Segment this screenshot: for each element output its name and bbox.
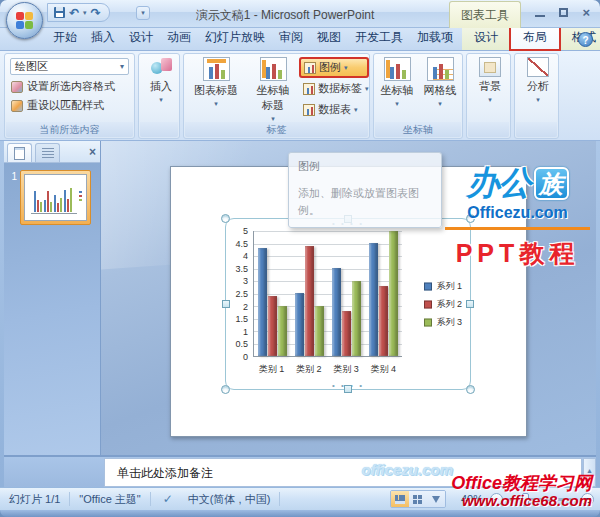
group-label-background: [468, 122, 509, 137]
slide-sorter-button[interactable]: [409, 491, 427, 507]
analysis-button[interactable]: 分析 ▾: [525, 57, 551, 104]
y-tick: 1: [243, 327, 248, 337]
legend-entry-系列 3[interactable]: 系列 3: [424, 316, 462, 329]
bar-系列 1-类别 4[interactable]: [369, 243, 378, 356]
resize-handle-bottom-left[interactable]: [221, 385, 230, 394]
office-button[interactable]: [6, 2, 43, 39]
chart-legend[interactable]: 系列 1系列 2系列 3: [424, 280, 462, 329]
restore-button[interactable]: [559, 8, 568, 17]
thumb-legend-mark: [79, 191, 82, 193]
group-background: 背景 ▾: [466, 53, 511, 139]
chart-title-button[interactable]: 图表标题 ▾: [188, 57, 244, 108]
reset-style-icon: [11, 100, 23, 112]
minimize-button[interactable]: [535, 8, 545, 17]
legend-tooltip: 图例 添加、删除或放置图表图例。: [288, 152, 442, 228]
bar-系列 1-类别 3[interactable]: [332, 268, 341, 356]
language-indicator[interactable]: 中文(简体 , 中国): [179, 492, 280, 507]
x-axis-label: 类别 1: [259, 363, 285, 376]
reset-style-button[interactable]: 重设以匹配样式: [11, 98, 130, 113]
chart-placeholder[interactable]: • • • • • • • • 54.543.532.521.510.50 类别…: [225, 218, 471, 390]
tab-审阅[interactable]: 审阅: [272, 26, 310, 50]
ribbon-tab-row: 开始插入设计动画幻灯片放映审阅视图开发工具加载项 设计布局格式 ?: [0, 28, 600, 51]
window-title: 演示文稿1 - Microsoft PowerPoint: [150, 7, 420, 24]
tab-幻灯片放映[interactable]: 幻灯片放映: [198, 26, 272, 50]
legend-entry-系列 2[interactable]: 系列 2: [424, 298, 462, 311]
slide-thumbnail[interactable]: [20, 170, 91, 225]
bar-系列 2-类别 1[interactable]: [268, 296, 277, 356]
slideshow-button[interactable]: [427, 491, 445, 507]
tab-开始[interactable]: 开始: [46, 26, 84, 50]
axes-button[interactable]: 坐标轴 ▾: [377, 57, 417, 108]
window-controls: ×: [535, 7, 590, 18]
pane-close-icon[interactable]: ×: [89, 145, 96, 159]
bar-系列 3-类别 4[interactable]: [389, 231, 398, 356]
chart-elements-combobox[interactable]: 绘图区 ▾: [10, 58, 129, 75]
watermark-site-text: Officezu.com: [441, 204, 594, 222]
background-button[interactable]: 背景 ▾: [477, 57, 503, 104]
bar-系列 3-类别 1[interactable]: [278, 306, 287, 356]
undo-dropdown-icon[interactable]: ▾: [83, 9, 87, 17]
tab-加载项[interactable]: 加载项: [410, 26, 460, 50]
tab-动画[interactable]: 动画: [160, 26, 198, 50]
resize-handle-left[interactable]: [222, 300, 230, 308]
officezu-watermark: 办公 族 Officezu.com PPT教程: [441, 161, 594, 270]
tab-布局[interactable]: 布局: [510, 25, 560, 50]
bar-系列 3-类别 2[interactable]: [315, 306, 324, 356]
theme-name[interactable]: "Office 主题": [70, 492, 149, 507]
bar-系列 1-类别 1[interactable]: [258, 248, 267, 356]
data-table-button[interactable]: 数据表 ▾: [300, 100, 368, 119]
analysis-icon: [527, 57, 549, 77]
thumb-bar: [64, 190, 66, 212]
tab-设计[interactable]: 设计: [122, 26, 160, 50]
tab-设计[interactable]: 设计: [462, 26, 510, 50]
tab-视图[interactable]: 视图: [310, 26, 348, 50]
insert-button[interactable]: 插入 ▾: [148, 57, 174, 104]
bar-系列 1-类别 2[interactable]: [295, 293, 304, 356]
watermark-ppt-tutorial: PPT教程: [441, 237, 594, 270]
spell-check-icon[interactable]: ✓: [151, 492, 179, 506]
close-button[interactable]: ×: [582, 7, 590, 18]
watermark-divider: [445, 227, 590, 230]
tab-插入[interactable]: 插入: [84, 26, 122, 50]
redo-icon[interactable]: ↷: [91, 7, 101, 19]
chart[interactable]: 54.543.532.521.510.50 类别 1类别 2类别 3类别 4 系…: [232, 227, 464, 383]
help-button[interactable]: ?: [578, 32, 593, 47]
chevron-down-icon: ▾: [214, 100, 218, 108]
bar-系列 2-类别 3[interactable]: [342, 311, 351, 356]
resize-handle-top-left[interactable]: [221, 214, 230, 223]
tab-开发工具[interactable]: 开发工具: [348, 26, 410, 50]
y-tick: 4: [243, 251, 248, 261]
legend-icon: [304, 62, 316, 74]
resize-handle-bottom[interactable]: [344, 385, 352, 393]
bar-系列 2-类别 4[interactable]: [379, 286, 388, 356]
plot-area[interactable]: [253, 231, 402, 357]
pane-tabs: ×: [4, 141, 100, 163]
bar-系列 2-类别 2[interactable]: [305, 246, 314, 356]
format-selection-button[interactable]: 设置所选内容格式: [11, 79, 130, 94]
group-label-insert: [140, 122, 178, 137]
tab-slides-thumbnails[interactable]: [7, 143, 32, 162]
resize-handle-right[interactable]: [466, 300, 474, 308]
y-tick: 4.5: [235, 239, 248, 249]
x-axis-label: 类别 2: [296, 363, 322, 376]
legend-swatch: [424, 282, 432, 290]
undo-icon[interactable]: ↶: [69, 7, 79, 19]
data-labels-label: 数据标签: [318, 81, 362, 96]
legend-entry-系列 1[interactable]: 系列 1: [424, 280, 462, 293]
tab-outline[interactable]: [35, 143, 60, 162]
window-frame-bottom: [0, 510, 600, 517]
customize-qat-button[interactable]: ▾: [136, 6, 150, 20]
office68-watermark: Office教程学习网 www.office68.com: [451, 474, 592, 509]
legend-button[interactable]: 图例 ▾: [300, 58, 368, 77]
chevron-down-icon: ▾: [365, 85, 369, 93]
normal-view-button[interactable]: [391, 491, 409, 507]
insert-shapes-icon: [150, 57, 172, 77]
bar-系列 3-类别 3[interactable]: [352, 281, 361, 356]
save-icon[interactable]: [54, 7, 65, 18]
gridlines-button[interactable]: 网格线 ▾: [420, 57, 460, 108]
slides-tab-icon: [14, 147, 25, 160]
resize-handle-bottom-right[interactable]: [466, 385, 475, 394]
slide-sorter-icon: [413, 495, 422, 504]
axis-titles-button[interactable]: 坐标轴标题 ▾: [250, 57, 296, 123]
data-labels-button[interactable]: 数据标签 ▾: [300, 79, 368, 98]
